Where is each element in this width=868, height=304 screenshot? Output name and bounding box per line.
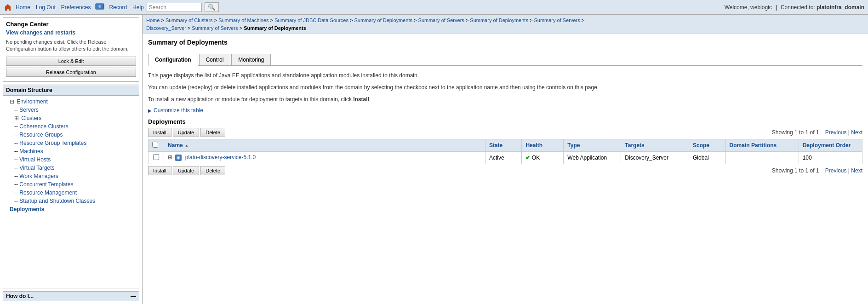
breadcrumb-summary-clusters[interactable]: Summary of Clusters <box>166 17 213 23</box>
expand-icon-clusters: ⊞ <box>14 115 19 121</box>
top-navigation-bar: Home Log Out Preferences Record Help 🔍 W… <box>0 0 868 15</box>
view-changes-link[interactable]: View changes and restarts <box>6 29 136 36</box>
breadcrumb-summary-machines[interactable]: Summary of Machines <box>218 17 268 23</box>
tree-item-clusters[interactable]: ⊞ Clusters <box>3 114 139 122</box>
dash-icon: -- <box>14 181 18 188</box>
pagination-top: Showing 1 to 1 of 1 Previous | Next <box>772 129 862 136</box>
table-row: ⊞ plato-discovery-service-5.1.0 <box>148 152 862 164</box>
app-wrapper: Home Log Out Preferences Record Help 🔍 W… <box>0 0 868 304</box>
update-button-bottom[interactable]: Update <box>173 166 199 175</box>
tree-item-resource-management[interactable]: -- Resource Management <box>3 189 139 197</box>
tree-item-machines[interactable]: -- Machines <box>3 147 139 155</box>
th-scope: Scope <box>689 139 726 152</box>
breadcrumb-summary-servers-1[interactable]: Summary of Servers <box>418 17 464 23</box>
tree-item-virtual-hosts[interactable]: -- Virtual Hosts <box>3 155 139 164</box>
select-all-checkbox[interactable] <box>152 142 158 148</box>
delete-button-bottom[interactable]: Delete <box>200 166 225 175</box>
main-area: Change Center View changes and restarts … <box>0 15 868 304</box>
deployments-title: Deployments <box>148 118 862 125</box>
sort-icon-name: ▲ <box>184 143 189 148</box>
how-do-i-title: How do I... — <box>3 292 139 301</box>
row-health-cell: ✔ OK <box>522 152 564 164</box>
row-deployment-order-cell: 100 <box>799 152 862 164</box>
breadcrumb-discovery-server[interactable]: Discovery_Server <box>146 25 186 31</box>
row-expand-icon[interactable]: ⊞ <box>168 154 172 161</box>
deployments-section: Deployments Install Update Delete Showin… <box>148 118 862 175</box>
domain-structure: Domain Structure ⊟ Environment -- Server… <box>3 85 139 288</box>
dash-icon: -- <box>14 198 18 204</box>
preferences-link[interactable]: Preferences <box>61 4 91 11</box>
row-checkbox-cell <box>148 152 164 164</box>
update-button-top[interactable]: Update <box>173 128 199 137</box>
dash-icon: -- <box>14 189 18 196</box>
record-link[interactable]: Record <box>109 4 127 11</box>
page-title: Summary of Deployments <box>148 39 862 49</box>
th-state: State <box>485 139 522 152</box>
welcome-message: Welcome, weblogic <box>725 4 772 11</box>
breadcrumb-current: Summary of Deployments <box>244 25 306 31</box>
row-type-cell: Web Application <box>564 152 621 164</box>
th-name[interactable]: Name ▲ <box>164 139 485 152</box>
tree-item-coherence-clusters[interactable]: -- Coherence Clusters <box>3 122 139 131</box>
row-name-cell: ⊞ plato-discovery-service-5.1.0 <box>164 152 485 164</box>
tab-monitoring[interactable]: Monitoring <box>231 54 271 65</box>
previous-link-top[interactable]: Previous <box>825 129 847 136</box>
tree-item-resource-group-templates[interactable]: -- Resource Group Templates <box>3 139 139 147</box>
how-do-i-section: How do I... — <box>3 291 139 301</box>
next-link-bottom[interactable]: Next <box>851 167 862 174</box>
delete-button-top[interactable]: Delete <box>200 128 225 137</box>
tabs-bar: Configuration Control Monitoring <box>148 54 862 66</box>
install-button-bottom[interactable]: Install <box>148 166 171 175</box>
row-state-cell: Active <box>485 152 522 164</box>
logout-link[interactable]: Log Out <box>36 4 56 11</box>
page-content: Summary of Deployments Configuration Con… <box>143 34 868 304</box>
tree-item-resource-groups[interactable]: -- Resource Groups <box>3 131 139 139</box>
home-link[interactable]: Home <box>16 4 30 11</box>
app-name-link[interactable]: plato-discovery-service-5.1.0 <box>185 154 256 161</box>
table-header-row: Name ▲ State Health Type Targets Scope D… <box>148 139 862 152</box>
tree-item-work-managers[interactable]: -- Work Managers <box>3 172 139 180</box>
svg-point-2 <box>98 5 101 8</box>
breadcrumb-home[interactable]: Home <box>146 17 160 23</box>
install-button-top[interactable]: Install <box>148 128 171 137</box>
tree-item-environment[interactable]: ⊟ Environment <box>3 98 139 106</box>
lock-edit-button[interactable]: Lock & Edit <box>6 57 136 66</box>
tree-item-concurrent-templates[interactable]: -- Concurrent Templates <box>3 180 139 189</box>
main-content: Home > Summary of Clusters > Summary of … <box>143 15 868 304</box>
help-link[interactable]: Help <box>132 4 144 11</box>
health-ok-icon: ✔ <box>525 155 530 161</box>
change-center: Change Center View changes and restarts … <box>3 17 139 82</box>
release-configuration-button[interactable]: Release Configuration <box>6 68 136 77</box>
deployments-table: Name ▲ State Health Type Targets Scope D… <box>148 139 862 164</box>
tree-item-servers[interactable]: -- Servers <box>3 106 139 114</box>
svg-point-5 <box>177 157 179 159</box>
tree-item-startup-shutdown[interactable]: -- Startup and Shutdown Classes <box>3 197 139 205</box>
row-targets-cell: Discovery_Server <box>621 152 689 164</box>
connected-to: Connected to: platoinfra_domain <box>781 4 864 11</box>
th-domain-partitions: Domain Partitions <box>725 139 799 152</box>
dash-icon: -- <box>14 148 18 155</box>
breadcrumb-summary-servers-2[interactable]: Summary of Servers <box>534 17 580 23</box>
breadcrumb-summary-jdbc[interactable]: Summary of JDBC Data Sources <box>274 17 348 23</box>
search-button[interactable]: 🔍 <box>205 2 219 12</box>
domain-tree: ⊟ Environment -- Servers ⊞ Clusters -- C… <box>3 96 139 288</box>
row-checkbox[interactable] <box>153 154 159 160</box>
breadcrumb-bar: Home > Summary of Clusters > Summary of … <box>143 15 868 34</box>
previous-link-bottom[interactable]: Previous <box>825 167 847 174</box>
change-center-title: Change Center <box>6 21 136 28</box>
tab-control[interactable]: Control <box>199 54 231 65</box>
customize-table-link[interactable]: Customize this table <box>148 107 862 114</box>
tree-item-virtual-targets[interactable]: -- Virtual Targets <box>3 164 139 172</box>
breadcrumb-summary-deployments-2[interactable]: Summary of Deployments <box>470 17 528 23</box>
svg-marker-0 <box>4 4 11 11</box>
tree-item-deployments[interactable]: Deployments <box>3 205 139 213</box>
dash-icon: -- <box>14 107 18 113</box>
tab-configuration[interactable]: Configuration <box>148 54 198 66</box>
search-input[interactable] <box>147 3 202 12</box>
next-link-top[interactable]: Next <box>851 129 862 136</box>
breadcrumb-summary-servers-3[interactable]: Summary of Servers <box>192 25 238 31</box>
dash-icon: -- <box>14 132 18 138</box>
breadcrumb-summary-deployments-1[interactable]: Summary of Deployments <box>354 17 412 23</box>
collapse-icon[interactable]: — <box>131 293 136 299</box>
info-text-2: You can update (redeploy) or delete inst… <box>148 83 862 92</box>
